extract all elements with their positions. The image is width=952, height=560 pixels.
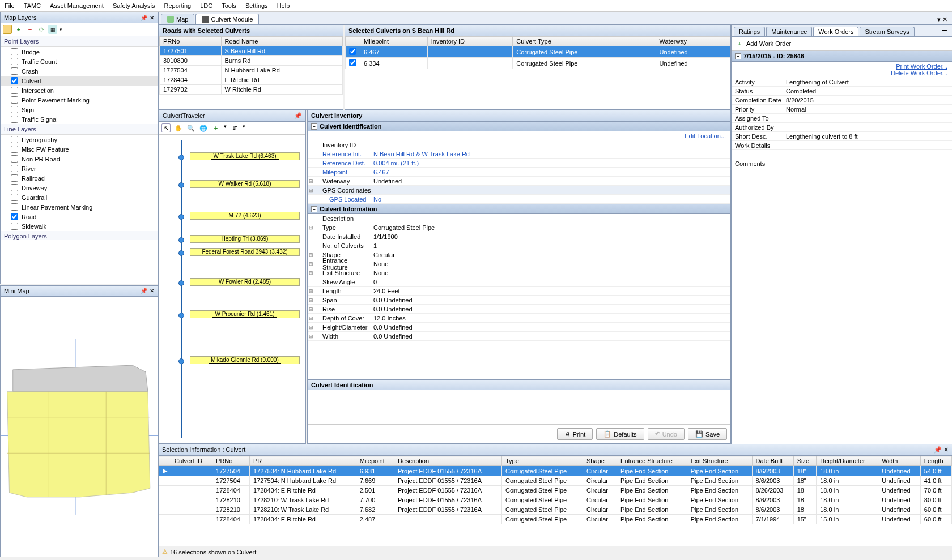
row-checkbox[interactable] [349,48,356,55]
table-row[interactable]: 1729702W Ritchie Rd [160,85,343,95]
dropdown-icon[interactable]: ▾ [243,123,245,132]
table-row[interactable]: 1727504N Hubbard Lake Rd [160,66,343,75]
col-header[interactable]: Milepoint [356,456,394,466]
wo-row[interactable]: Completion Date8/20/2015 [732,96,952,105]
road-node[interactable] [178,358,184,364]
layer-checkbox[interactable] [11,203,18,211]
wo-row[interactable] [732,150,952,159]
zoom-icon[interactable]: 🔍 [186,123,196,132]
inv-row[interactable]: ⊞Length24.0 Feet [308,287,730,296]
layer-checkbox[interactable] [11,146,18,153]
tab-maintenance[interactable]: Maintenance [766,27,812,36]
defaults-button[interactable]: 📋 Defaults [596,428,644,440]
expand-icon[interactable]: ⊞ [308,178,314,184]
col-header[interactable]: Culvert ID [171,456,212,466]
menu-settings[interactable]: Settings [245,2,268,9]
table-row[interactable]: 6.467Corrugated Steel PipeUndefined [346,46,730,58]
layer-item-river[interactable]: River [1,164,158,173]
layer-checkbox[interactable] [11,67,18,75]
edit-location-link[interactable]: Edit Location... [308,131,730,140]
road-node[interactable] [178,214,184,220]
pin-icon[interactable]: 📌 [934,446,942,453]
layer-item-linear-pavement-marking[interactable]: Linear Pavement Marking [1,202,158,212]
layer-checkbox[interactable] [11,165,18,172]
col-header[interactable]: Type [502,456,583,466]
layer-checkbox[interactable] [11,87,18,94]
layer-checkbox[interactable] [11,116,18,123]
arrow-icon[interactable]: ↖ [162,123,171,132]
table-row[interactable]: 6.334Corrugated Steel PipeUndefined [346,58,730,69]
inv-row[interactable]: No. of Culverts1 [308,241,730,250]
add-icon[interactable]: + [211,123,220,132]
layer-item-sidewalk[interactable]: Sidewalk [1,221,158,231]
collapse-icon[interactable]: − [311,123,317,130]
layer-item-driveway[interactable]: Driveway [1,183,158,193]
expand-icon[interactable]: ⊞ [308,306,314,312]
inv-row[interactable]: Date Installed1/1/1900 [308,232,730,241]
tab-map[interactable]: Map [161,14,194,24]
pin-icon[interactable]: 📌 [141,15,147,21]
tree-icon[interactable]: ⇵ [230,123,239,132]
table-row[interactable]: 3010800Burns Rd [160,56,343,66]
menu-asset-management[interactable]: Asset Management [50,2,104,9]
col-header[interactable]: Culvert Type [513,37,656,46]
save-button[interactable]: 💾 Save [688,428,727,440]
inv-row[interactable]: ⊞TypeCorrugated Steel Pipe [308,223,730,232]
menu-file[interactable]: File [5,2,15,9]
pan-icon[interactable]: ✋ [174,123,183,132]
table-row[interactable]: 17284041728404: E Ritchie Rd2.487Corruga… [159,515,952,524]
wo-row[interactable]: ActivityLengthening of Culvert [732,78,952,87]
inv-row[interactable]: ⊞WaterwayUndefined [308,177,730,186]
layer-checkbox[interactable] [11,194,18,201]
col-header[interactable] [346,37,360,46]
expand-icon[interactable]: ⊞ [308,297,314,303]
expand-icon[interactable]: ⊞ [308,225,314,230]
inv-row[interactable]: ⊞Exit StructureNone [308,268,730,277]
layer-checkbox[interactable] [11,136,18,143]
table-row[interactable]: 17282101728210: W Trask Lake Rd7.700Proj… [159,495,952,505]
layer-item-misc-fw-feature[interactable]: Misc FW Feature [1,144,158,154]
col-header[interactable]: Date Built [752,456,793,466]
inv-row[interactable]: Reference Int.N Bean Hill Rd & W Trask L… [308,149,730,159]
expand-icon[interactable]: ⊞ [308,187,314,193]
tab-ratings[interactable]: Ratings [734,27,765,36]
menu-help[interactable]: Help [277,2,290,9]
dropdown-icon[interactable]: ▾ [937,16,941,23]
inv-row[interactable]: Description [308,214,730,223]
expand-icon[interactable]: ⊞ [308,324,314,330]
remove-icon[interactable]: − [26,25,35,34]
refresh-icon[interactable]: ⟳ [37,25,46,34]
expand-icon[interactable]: ⊞ [308,270,314,276]
delete-work-order-link[interactable]: Delete Work Order... [736,70,947,76]
inv-row[interactable]: ⊞GPS Coordinates [308,186,730,195]
inv-row[interactable]: ⊞Entrance StructureNone [308,259,730,268]
print-work-order-link[interactable]: Print Work Order... [736,63,947,70]
expand-icon[interactable]: ⊞ [308,261,314,267]
col-header[interactable]: Height/Diameter [817,456,878,466]
add-work-order-button[interactable]: + Add Work Order [732,37,952,51]
inv-row[interactable]: ⊞Rise0.0 Undefined [308,305,730,314]
layer-checkbox[interactable] [11,155,18,163]
layer-checkbox[interactable] [11,48,18,55]
close-icon[interactable]: ✕ [944,446,949,453]
col-header[interactable]: Inventory ID [427,37,513,46]
close-icon[interactable]: ✕ [150,15,154,21]
inv-row[interactable]: Reference Dist.0.004 mi. (21 ft.) [308,159,730,168]
col-header[interactable]: Milepoint [360,37,428,46]
expand-icon[interactable]: ⊞ [308,334,314,339]
layer-item-guardrail[interactable]: Guardrail [1,193,158,202]
layer-checkbox[interactable] [11,174,18,182]
globe-icon[interactable]: 🌐 [199,123,208,132]
col-prno[interactable]: PRNo [160,37,222,46]
layer-item-sign[interactable]: Sign [1,105,158,114]
layer-item-point-pavement-marking[interactable]: Point Pavement Marking [1,95,158,105]
wo-row[interactable]: Authorized By [732,123,952,132]
pin-icon[interactable]: 📌 [141,288,147,294]
menu-tools[interactable]: Tools [222,2,236,9]
inv-row[interactable]: Milepoint6.467 [308,168,730,177]
col-road-name[interactable]: Road Name [221,37,342,46]
col-header[interactable]: PR [249,456,356,466]
table-row[interactable]: ▶17275041727504: N Hubbard Lake Rd6.931P… [159,466,952,476]
layer-item-crash[interactable]: Crash [1,66,158,76]
layer-checkbox[interactable] [11,223,18,230]
